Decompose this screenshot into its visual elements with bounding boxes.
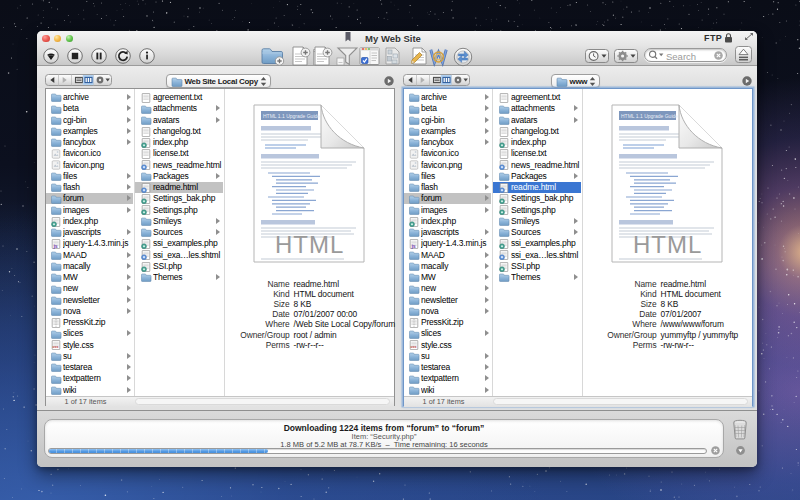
svg-text:css: css	[411, 346, 417, 350]
svg-text:HTML: HTML	[633, 231, 702, 258]
svg-text:HTML: HTML	[275, 231, 344, 258]
svg-text:js: js	[52, 243, 57, 249]
svg-text:HTML 1.1 Upgrade Guide: HTML 1.1 Upgrade Guide	[621, 113, 678, 119]
svg-text:js: js	[410, 243, 415, 249]
svg-text:HTML 1.1 Upgrade Guide: HTML 1.1 Upgrade Guide	[263, 113, 320, 119]
svg-text:css: css	[53, 346, 59, 350]
